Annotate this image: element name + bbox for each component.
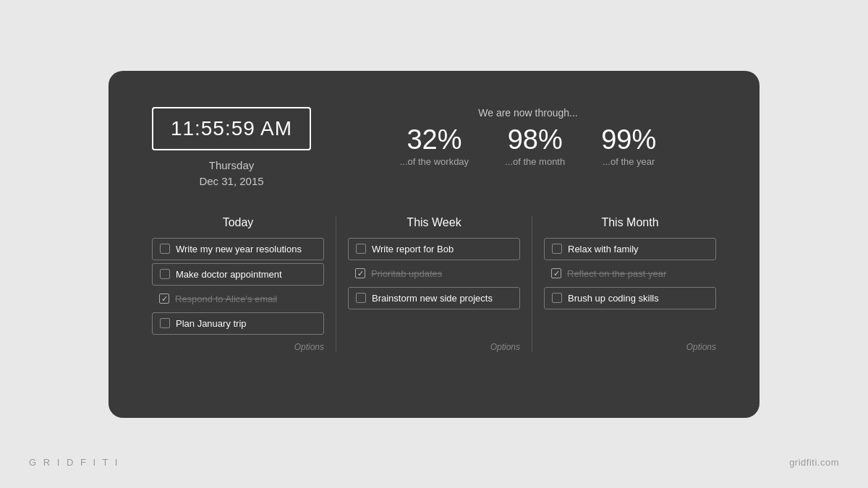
todo-item[interactable]: Plan January trip (152, 312, 324, 335)
progress-workday: 32% ...of the workday (400, 126, 469, 167)
todo-checkbox[interactable] (160, 244, 170, 254)
progress-bars: 32% ...of the workday 98% ...of the mont… (400, 126, 657, 167)
progress-year-percent: 99% (601, 126, 656, 153)
todo-list-0: Write my new year resolutionsMake doctor… (152, 238, 324, 335)
todo-item-text: Write my new year resolutions (176, 244, 302, 254)
clock-section: 11:55:59 AM Thursday Dec 31, 2015 (152, 107, 311, 190)
clock-day: Thursday (152, 158, 311, 174)
todo-item-text: Prioritab updates (371, 268, 442, 279)
progress-month-percent: 98% (505, 126, 565, 153)
todo-column-1: This WeekWrite report for Bob✓Prioritab … (348, 216, 520, 352)
todo-section: TodayWrite my new year resolutionsMake d… (152, 216, 716, 352)
todo-checkbox[interactable] (552, 244, 562, 254)
progress-month-label: ...of the month (505, 156, 565, 167)
todo-checkbox[interactable] (160, 269, 170, 279)
todo-item[interactable]: Relax with family (544, 238, 716, 260)
brand-right: gridfiti.com (789, 457, 839, 468)
todo-item[interactable]: ✓Reflect on the past year (544, 263, 716, 284)
todo-options-0[interactable]: Options (152, 342, 324, 352)
progress-month: 98% ...of the month (505, 126, 565, 167)
todo-checkbox[interactable]: ✓ (159, 294, 169, 304)
todo-item[interactable]: ✓Prioritab updates (348, 263, 520, 284)
todo-item[interactable]: Make doctor appointment (152, 263, 324, 286)
progress-subtitle: We are now through... (478, 107, 577, 119)
todo-checkbox[interactable]: ✓ (355, 268, 365, 278)
todo-item[interactable]: Brush up coding skills (544, 287, 716, 309)
todo-checkbox[interactable] (552, 293, 562, 303)
todo-column-0: TodayWrite my new year resolutionsMake d… (152, 216, 324, 352)
todo-item-text: Brush up coding skills (568, 293, 659, 304)
clock-time: 11:55:59 AM (171, 117, 292, 140)
progress-workday-label: ...of the workday (400, 156, 469, 167)
todo-checkbox[interactable] (356, 293, 366, 303)
progress-section: We are now through... 32% ...of the work… (311, 107, 716, 167)
dashboard-card: 11:55:59 AM Thursday Dec 31, 2015 We are… (109, 71, 760, 418)
todo-item-text: Relax with family (568, 244, 639, 254)
todo-checkbox[interactable]: ✓ (551, 268, 561, 278)
todo-item[interactable]: Write my new year resolutions (152, 238, 324, 260)
brand-left: G R I D F I T I (29, 457, 119, 468)
progress-workday-percent: 32% (400, 126, 469, 153)
todo-options-2[interactable]: Options (544, 342, 716, 352)
todo-list-1: Write report for Bob✓Prioritab updatesBr… (348, 238, 520, 335)
column-divider-1 (336, 216, 336, 352)
todo-item-text: Brainstorm new side projects (372, 293, 493, 304)
todo-item[interactable]: Write report for Bob (348, 238, 520, 260)
todo-item-text: Write report for Bob (372, 244, 454, 254)
todo-item-text: Reflect on the past year (567, 268, 666, 279)
todo-list-2: Relax with family✓Reflect on the past ye… (544, 238, 716, 335)
todo-checkbox[interactable] (160, 318, 170, 328)
progress-year: 99% ...of the year (601, 126, 656, 167)
top-section: 11:55:59 AM Thursday Dec 31, 2015 We are… (152, 107, 716, 190)
todo-item-text: Respond to Alice's email (175, 294, 277, 304)
clock-date: Thursday Dec 31, 2015 (152, 158, 311, 190)
todo-item-text: Plan January trip (176, 318, 247, 329)
clock-display: 11:55:59 AM (152, 107, 311, 150)
clock-full-date: Dec 31, 2015 (152, 174, 311, 190)
progress-year-label: ...of the year (601, 156, 656, 167)
todo-item[interactable]: Brainstorm new side projects (348, 287, 520, 309)
todo-column-title-1: This Week (348, 216, 520, 229)
todo-column-title-2: This Month (544, 216, 716, 229)
todo-options-1[interactable]: Options (348, 342, 520, 352)
todo-column-title-0: Today (152, 216, 324, 229)
todo-checkbox[interactable] (356, 244, 366, 254)
todo-item[interactable]: ✓Respond to Alice's email (152, 288, 324, 309)
todo-column-2: This MonthRelax with family✓Reflect on t… (544, 216, 716, 352)
todo-item-text: Make doctor appointment (176, 269, 282, 280)
column-divider-2 (532, 216, 532, 352)
